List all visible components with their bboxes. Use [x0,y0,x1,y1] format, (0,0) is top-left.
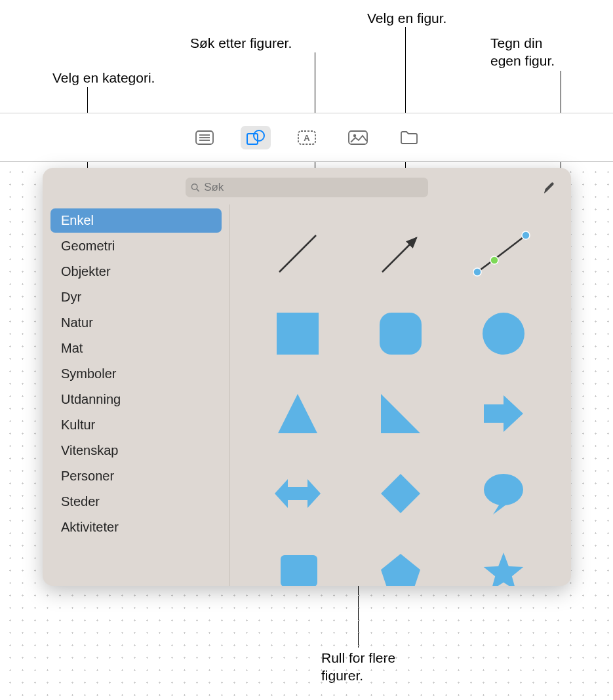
svg-rect-4 [247,134,258,144]
svg-point-20 [484,474,523,505]
callout-search: Søk etter figurer. [190,34,292,52]
svg-rect-21 [281,555,317,586]
shape-circle[interactable] [471,301,536,366]
textbox-icon: A [297,130,317,146]
callout-pick-shape: Velg en figur. [367,9,446,27]
svg-line-11 [197,189,199,191]
svg-point-5 [254,130,264,141]
svg-point-9 [353,134,355,136]
toolbar-folder-button[interactable] [394,126,424,149]
shapes-popover: EnkelGeometriObjekterDyrNaturMatSymboler… [43,168,571,586]
search-input[interactable] [204,181,423,194]
shape-line[interactable] [265,221,330,286]
search-icon [191,183,200,193]
sidebar-item-natur[interactable]: Natur [50,311,222,335]
shape-speech-bubble[interactable] [471,461,536,526]
shape-right-triangle[interactable] [368,381,433,446]
toolbar: A [0,113,613,162]
shape-curve[interactable] [471,221,536,286]
sidebar-item-enkel[interactable]: Enkel [50,208,222,233]
shape-arrow-right[interactable] [471,381,536,446]
sidebar-item-symboler[interactable]: Symboler [50,362,222,386]
shape-star[interactable] [471,541,536,586]
sidebar-item-geometri[interactable]: Geometri [50,234,222,258]
popover-main: EnkelGeometriObjekterDyrNaturMatSymboler… [43,204,571,586]
svg-marker-22 [484,553,524,586]
shape-double-arrow[interactable] [265,461,330,526]
sidebar-item-utdanning[interactable]: Utdanning [50,387,222,412]
sidebar-item-steder[interactable]: Steder [50,490,222,514]
shapes-icon [246,129,266,146]
sidebar-item-personer[interactable]: Personer [50,464,222,488]
toolbar-list-button[interactable] [189,126,220,149]
svg-point-14 [473,268,481,276]
svg-line-13 [382,238,416,272]
pen-icon [542,180,556,195]
toolbar-media-button[interactable] [343,126,373,149]
list-icon [195,130,214,145]
shape-square[interactable] [265,301,330,366]
category-sidebar: EnkelGeometriObjekterDyrNaturMatSymboler… [43,204,230,586]
sidebar-item-aktiviteter[interactable]: Aktiviteter [50,515,222,539]
sidebar-item-objekter[interactable]: Objekter [50,260,222,284]
callout-draw-l2: egen figur. [490,53,555,68]
draw-shape-button[interactable] [538,177,559,198]
shape-diamond[interactable] [368,461,433,526]
svg-point-15 [522,231,530,239]
svg-point-19 [483,313,524,355]
toolbar-text-button[interactable]: A [292,126,322,149]
search-row [43,168,571,204]
callout-category: Velg en kategori. [52,69,155,87]
sidebar-item-vitenskap[interactable]: Vitenskap [50,438,222,463]
svg-point-16 [490,256,498,264]
toolbar-shapes-button[interactable] [241,126,271,149]
shape-pentagon[interactable] [368,541,433,586]
shape-rounded-square[interactable] [368,301,433,366]
shape-arrow-line[interactable] [368,221,433,286]
svg-line-12 [279,235,316,272]
callout-draw: Tegn din egen figur. [490,34,555,70]
svg-rect-18 [380,313,422,355]
svg-text:A: A [304,133,310,143]
svg-rect-17 [277,313,319,355]
sidebar-item-kultur[interactable]: Kultur [50,413,222,437]
shape-callout-rect[interactable] [265,541,330,586]
callout-draw-l1: Tegn din [490,35,542,50]
shape-triangle[interactable] [265,381,330,446]
image-icon [347,130,368,146]
folder-icon [399,130,419,146]
svg-point-10 [191,184,197,189]
sidebar-item-dyr[interactable]: Dyr [50,285,222,309]
search-field[interactable] [186,178,428,197]
shape-grid[interactable] [230,204,571,586]
sidebar-item-mat[interactable]: Mat [50,336,222,360]
